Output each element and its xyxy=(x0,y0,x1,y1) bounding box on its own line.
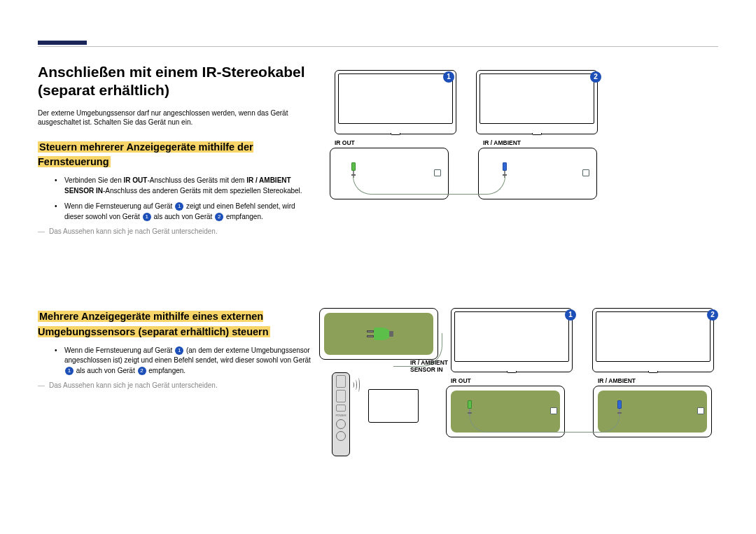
section1-bullet-1: Verbinden Sie den IR OUT-Anschluss des G… xyxy=(55,176,314,196)
inline-badge-2: 2 xyxy=(138,367,146,375)
diagram-1: 1 2 IR OUT IR / AMBIENT SENSOR IN xyxy=(330,64,722,218)
section1-bullets: Verbinden Sie den IR OUT-Anschluss des G… xyxy=(55,176,314,222)
header-accent-bar xyxy=(38,41,87,45)
port-2 xyxy=(582,169,589,176)
section1-note: Das Aussehen kann sich je nach Gerät unt… xyxy=(38,227,318,235)
stereo-cable-2 xyxy=(469,414,620,433)
label-ir-out: IR OUT xyxy=(335,140,355,147)
header-rule xyxy=(38,46,718,47)
jack-green-2 xyxy=(468,400,472,416)
section2-heading-wrap: Mehrere Anzeigegeräte mithilfe eines ext… xyxy=(38,309,318,340)
monitor-2 xyxy=(476,70,598,134)
inline-badge-1: 1 xyxy=(175,202,183,211)
external-sensor-box xyxy=(368,392,419,423)
section1-heading-wrap: Steuern mehrerer Anzeigegeräte mithilfe … xyxy=(38,140,318,171)
section1-bullet-2: Wenn die Fernsteuerung auf Gerät 1 zeigt… xyxy=(55,202,314,222)
badge-1: 1 xyxy=(443,71,454,83)
inline-badge-2: 2 xyxy=(215,213,223,221)
remote-control: POWER xyxy=(332,372,350,456)
section2-bullet-1: Wenn die Fernsteuerung auf Gerät 1 (an d… xyxy=(55,346,314,377)
inline-badge-1: 1 xyxy=(65,367,74,375)
monitor-1 xyxy=(451,308,573,372)
diagram-2: IR / AMBIENTSENSOR IN POWER 1 2 IR OUT I… xyxy=(319,302,725,463)
port-4 xyxy=(697,407,704,414)
section2-heading: Mehrere Anzeigegeräte mithilfe eines ext… xyxy=(38,311,270,337)
port-1 xyxy=(434,169,441,176)
badge-1: 1 xyxy=(565,309,576,321)
label-ir-ambient-sensor: IR / AMBIENTSENSOR IN xyxy=(410,360,448,374)
monitor-2 xyxy=(592,308,714,372)
section2-bullets: Wenn die Fernsteuerung auf Gerät 1 (an d… xyxy=(55,346,314,377)
badge-2: 2 xyxy=(707,309,718,321)
section2-column: Mehrere Anzeigegeräte mithilfe eines ext… xyxy=(38,309,318,389)
jack-blue-2 xyxy=(617,400,622,416)
left-column: Anschließen mit einem IR-Stereokabel (se… xyxy=(38,63,318,235)
inline-badge-1: 1 xyxy=(175,346,183,355)
monitor-1 xyxy=(335,70,456,134)
section2-note: Das Aussehen kann sich je nach Gerät unt… xyxy=(38,381,318,389)
label-ir-out-2: IR OUT xyxy=(451,378,471,385)
section1-heading: Steuern mehrerer Anzeigegeräte mithilfe … xyxy=(38,141,253,168)
page-title: Anschließen mit einem IR-Stereokabel (se… xyxy=(38,63,318,100)
intro-paragraph: Der externe Umgebungssensor darf nur ang… xyxy=(38,108,311,127)
stereo-cable xyxy=(353,176,505,195)
jack-green xyxy=(351,162,356,178)
inline-badge-1: 1 xyxy=(143,213,151,221)
jack-blue xyxy=(503,162,507,178)
port-3 xyxy=(550,407,557,414)
badge-2: 2 xyxy=(590,71,601,83)
